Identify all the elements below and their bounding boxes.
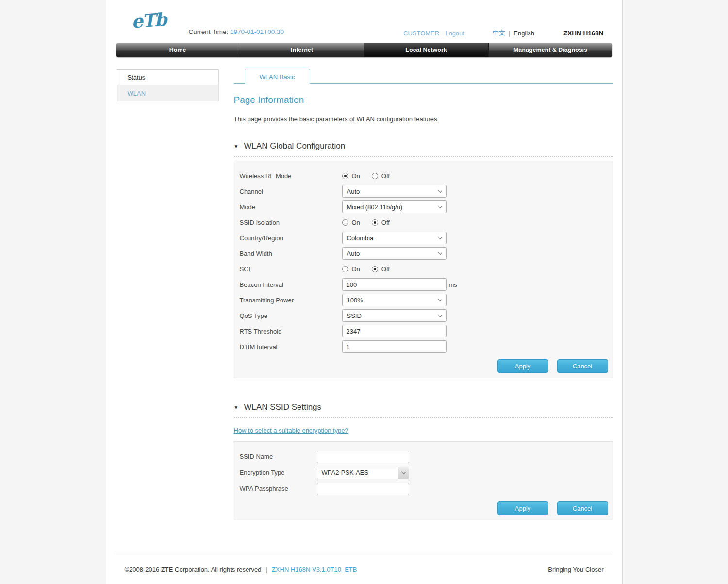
page-title: Page Information: [234, 95, 613, 105]
channel-select[interactable]: Auto: [342, 185, 447, 198]
dotted-divider: [234, 417, 613, 418]
current-time-label: Current Time:: [189, 28, 229, 35]
ssid-settings-buttons: Apply Cancel: [240, 501, 608, 515]
footer-separator: |: [266, 566, 267, 573]
sgi-off[interactable]: Off: [372, 266, 390, 273]
country-region-select[interactable]: Colombia: [342, 232, 447, 244]
wpa-passphrase-input[interactable]: [317, 483, 409, 495]
apply-button[interactable]: Apply: [497, 501, 548, 515]
radio-on-icon[interactable]: [342, 219, 348, 226]
transmitting-power-select[interactable]: 100%: [342, 294, 447, 306]
radio-on-icon[interactable]: [342, 173, 348, 179]
wireless-rf-mode-off[interactable]: Off: [372, 172, 390, 180]
nav-management-diagnosis[interactable]: Management & Diagnosis: [489, 43, 612, 57]
beacon-interval-unit: ms: [449, 281, 457, 288]
page-description: This page provides the basic parameters …: [234, 116, 613, 123]
sgi-radio-group: On Off: [342, 266, 401, 273]
ssid-isolation-on[interactable]: On: [342, 219, 360, 226]
mode-select[interactable]: Mixed (802.11b/g/n): [342, 200, 447, 213]
logout-link[interactable]: Logout: [445, 30, 464, 37]
global-config-section-header[interactable]: ▼ WLAN Global Configuration: [234, 141, 613, 151]
device-model: ZXHN H168N: [563, 30, 604, 37]
nav-internet[interactable]: Internet: [240, 43, 364, 57]
country-selected-value: Colombia: [347, 234, 374, 242]
row-ssid-name: SSID Name: [240, 449, 608, 465]
sidebar: Status WLAN: [117, 69, 219, 101]
sidebar-item-wlan[interactable]: WLAN: [117, 85, 218, 101]
row-dtim-interval: DTIM Interval: [240, 339, 608, 354]
field-label: Wireless RF Mode: [240, 172, 342, 180]
qos-type-select[interactable]: SSID: [342, 309, 447, 322]
global-config-title: WLAN Global Configuration: [244, 141, 345, 151]
row-wpa-passphrase: WPA Passphrase: [240, 481, 608, 497]
row-band-width: Band Width Auto: [240, 246, 608, 261]
field-label: Country/Region: [240, 234, 342, 242]
ssid-settings-title: WLAN SSID Settings: [244, 402, 321, 412]
ssid-isolation-off[interactable]: Off: [372, 219, 390, 226]
radio-off-icon[interactable]: [372, 219, 378, 226]
channel-selected-value: Auto: [347, 188, 360, 195]
rts-threshold-input[interactable]: [342, 325, 447, 337]
transmitting-power-selected-value: 100%: [347, 297, 363, 304]
apply-button[interactable]: Apply: [497, 359, 548, 373]
footer-slogan: Bringing You Closer: [548, 566, 603, 573]
band-width-select[interactable]: Auto: [342, 247, 447, 260]
field-label: SSID Name: [240, 453, 317, 460]
nav-home[interactable]: Home: [116, 43, 240, 57]
lang-separator: |: [509, 30, 510, 37]
radio-on-label: On: [352, 172, 360, 180]
field-label: Band Width: [240, 250, 342, 257]
footer-left: ©2008-2016 ZTE Corporation. All rights r…: [125, 566, 357, 573]
firmware-version-link[interactable]: ZXHN H168N V3.1.0T10_ETB: [272, 566, 357, 573]
nav-local-network[interactable]: Local Network: [364, 43, 489, 57]
lang-chinese-link[interactable]: 中文: [493, 29, 505, 37]
mode-selected-value: Mixed (802.11b/g/n): [347, 203, 403, 211]
row-beacon-interval: Beacon Interval ms: [240, 277, 608, 292]
band-width-selected-value: Auto: [347, 250, 360, 257]
row-wireless-rf-mode: Wireless RF Mode On Off: [240, 168, 608, 184]
field-label: RTS Threshold: [240, 328, 342, 335]
global-config-buttons: Apply Cancel: [240, 359, 608, 373]
encryption-help-link[interactable]: How to select a suitable encryption type…: [234, 427, 348, 434]
sgi-on[interactable]: On: [342, 266, 360, 273]
radio-off-label: Off: [381, 219, 390, 226]
field-label: Mode: [240, 203, 342, 211]
row-channel: Channel Auto: [240, 184, 608, 199]
encryption-type-select[interactable]: WPA2-PSK-AES: [317, 467, 409, 479]
field-label: SGI: [240, 266, 342, 273]
lang-english-link[interactable]: English: [513, 30, 534, 37]
radio-on-icon[interactable]: [342, 266, 348, 272]
field-label: Beacon Interval: [240, 281, 342, 288]
row-country-region: Country/Region Colombia: [240, 230, 608, 246]
chevron-down-icon: [438, 250, 442, 255]
chevron-down-icon: [438, 204, 442, 208]
field-label: SSID Isolation: [240, 219, 342, 226]
etb-logo: eTb: [131, 9, 166, 33]
main-content: WLAN Basic Page Information This page pr…: [234, 69, 613, 520]
field-label: WPA Passphrase: [240, 485, 317, 492]
tab-wlan-basic[interactable]: WLAN Basic: [245, 69, 310, 84]
beacon-interval-input[interactable]: [342, 278, 447, 291]
row-ssid-isolation: SSID Isolation On Off: [240, 215, 608, 230]
radio-off-icon[interactable]: [372, 173, 378, 179]
tab-bar: WLAN Basic: [234, 69, 613, 84]
cancel-button[interactable]: Cancel: [557, 501, 608, 515]
copyright-text: ©2008-2016 ZTE Corporation. All rights r…: [125, 566, 262, 573]
sidebar-item-status[interactable]: Status: [117, 70, 218, 85]
row-encryption-type: Encryption Type WPA2-PSK-AES: [240, 465, 608, 481]
ssid-settings-section-header[interactable]: ▼ WLAN SSID Settings: [234, 402, 613, 412]
dtim-interval-input[interactable]: [342, 340, 447, 353]
username-link[interactable]: CUSTOMER: [403, 30, 439, 37]
radio-off-icon[interactable]: [372, 266, 378, 272]
footer: ©2008-2016 ZTE Corporation. All rights r…: [106, 555, 622, 584]
chevron-down-icon: [438, 313, 442, 317]
cancel-button[interactable]: Cancel: [557, 359, 608, 373]
wireless-rf-mode-on[interactable]: On: [342, 172, 360, 180]
global-config-panel: Wireless RF Mode On Off Channel Auto: [234, 161, 613, 378]
radio-off-label: Off: [381, 172, 390, 180]
dotted-divider: [234, 156, 613, 157]
field-label: DTIM Interval: [240, 343, 342, 350]
chevron-down-icon: [438, 235, 442, 239]
current-time-value: 1970-01-01T00:30: [230, 28, 284, 35]
ssid-name-input[interactable]: [317, 451, 409, 463]
